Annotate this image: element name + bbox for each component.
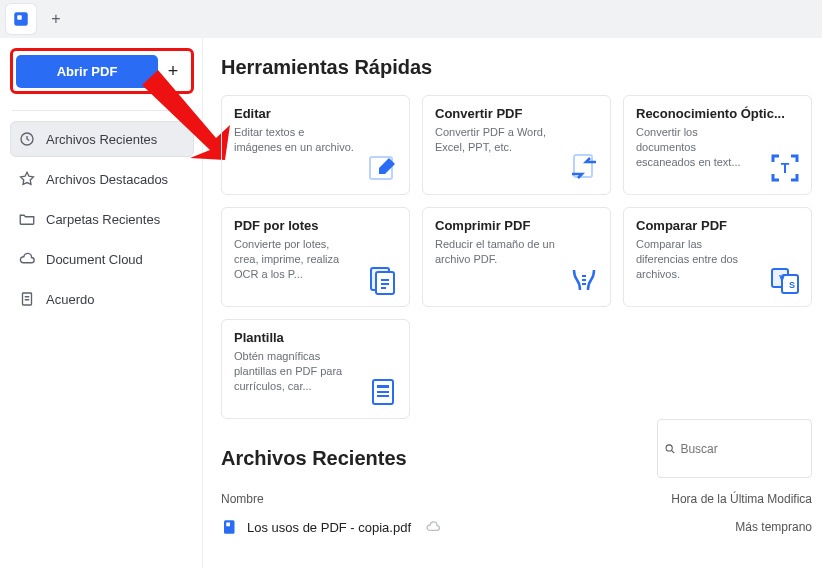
cloud-status-icon <box>425 519 441 535</box>
sidebar-item-recent-files[interactable]: Archivos Recientes <box>10 121 194 157</box>
sidebar-item-label: Acuerdo <box>46 292 94 307</box>
table-header: Nombre Hora de la Última Modifica <box>221 492 822 506</box>
quick-tools-title: Herramientas Rápidas <box>221 56 822 79</box>
card-ocr[interactable]: Reconocimiento Óptic... Convertir los do… <box>623 95 812 195</box>
card-desc: Obtén magníficas plantillas en PDF para … <box>234 349 354 393</box>
sidebar-item-starred[interactable]: Archivos Destacados <box>10 161 194 197</box>
app-logo-tab[interactable] <box>6 4 36 34</box>
card-desc: Comparar las diferencias entre dos archi… <box>636 237 756 281</box>
sidebar: Abrir PDF + Archivos Recientes <box>0 38 203 568</box>
card-template[interactable]: Plantilla Obtén magníficas plantillas en… <box>221 319 410 419</box>
recent-files-title: Archivos Recientes <box>221 447 407 470</box>
card-batch[interactable]: PDF por lotes Convierte por lotes, crea,… <box>221 207 410 307</box>
sidebar-item-label: Document Cloud <box>46 252 143 267</box>
open-pdf-highlight-annotation: Abrir PDF + <box>10 48 194 94</box>
col-name: Nombre <box>221 492 264 506</box>
pdf-file-icon <box>221 518 239 536</box>
card-title: Convertir PDF <box>435 106 598 121</box>
card-compare[interactable]: Comparar PDF Comparar las diferencias en… <box>623 207 812 307</box>
card-title: Reconocimiento Óptic... <box>636 106 799 121</box>
open-plus-button[interactable]: + <box>158 54 188 88</box>
card-desc: Convertir los documentos escaneados en t… <box>636 125 756 169</box>
search-box[interactable] <box>657 419 812 478</box>
card-title: Comparar PDF <box>636 218 799 233</box>
svg-text:S: S <box>789 280 795 290</box>
cloud-icon <box>18 250 36 268</box>
sidebar-item-agreement[interactable]: Acuerdo <box>10 281 194 317</box>
file-mtime: Más temprano <box>735 520 812 534</box>
card-compress[interactable]: Comprimir PDF Reducir el tamaño de un ar… <box>422 207 611 307</box>
col-mtime: Hora de la Última Modifica <box>671 492 812 506</box>
folder-icon <box>18 210 36 228</box>
svg-text:T: T <box>781 160 790 176</box>
svg-point-16 <box>666 444 672 450</box>
convert-icon <box>568 152 600 184</box>
sidebar-item-label: Carpetas Recientes <box>46 212 160 227</box>
card-desc: Convertir PDF a Word, Excel, PPT, etc. <box>435 125 555 155</box>
svg-rect-1 <box>17 15 22 20</box>
svg-rect-17 <box>224 520 235 534</box>
file-name: Los usos de PDF - copia.pdf <box>247 520 411 535</box>
sidebar-item-label: Archivos Destacados <box>46 172 168 187</box>
sidebar-item-recent-folders[interactable]: Carpetas Recientes <box>10 201 194 237</box>
tab-strip: + <box>0 0 822 38</box>
compress-icon <box>568 264 600 296</box>
card-title: PDF por lotes <box>234 218 397 233</box>
compare-icon: VS <box>769 264 801 296</box>
main-panel: Herramientas Rápidas Editar Editar texto… <box>203 38 822 568</box>
sidebar-item-document-cloud[interactable]: Document Cloud <box>10 241 194 277</box>
card-desc: Convierte por lotes, crea, imprime, real… <box>234 237 354 281</box>
search-icon <box>664 442 676 456</box>
card-title: Plantilla <box>234 330 397 345</box>
table-row[interactable]: Los usos de PDF - copia.pdf Más temprano <box>221 518 822 536</box>
ocr-icon: T <box>769 152 801 184</box>
card-desc: Reducir el tamaño de un archivo PDF. <box>435 237 555 267</box>
card-edit[interactable]: Editar Editar textos e imágenes en un ar… <box>221 95 410 195</box>
clock-icon <box>18 130 36 148</box>
card-title: Comprimir PDF <box>435 218 598 233</box>
svg-rect-18 <box>226 523 230 527</box>
card-convert[interactable]: Convertir PDF Convertir PDF a Word, Exce… <box>422 95 611 195</box>
batch-icon <box>367 264 399 296</box>
sidebar-item-label: Archivos Recientes <box>46 132 157 147</box>
template-icon <box>367 376 399 408</box>
search-input[interactable] <box>680 442 805 456</box>
quick-tools-grid: Editar Editar textos e imágenes en un ar… <box>221 95 822 419</box>
new-tab-button[interactable]: + <box>42 5 70 33</box>
open-pdf-button[interactable]: Abrir PDF <box>16 55 158 88</box>
svg-text:V: V <box>779 273 785 283</box>
star-icon <box>18 170 36 188</box>
card-title: Editar <box>234 106 397 121</box>
card-desc: Editar textos e imágenes en un archivo. <box>234 125 354 155</box>
svg-rect-4 <box>23 293 32 305</box>
doc-icon <box>18 290 36 308</box>
svg-rect-15 <box>377 385 389 388</box>
edit-icon <box>367 152 399 184</box>
